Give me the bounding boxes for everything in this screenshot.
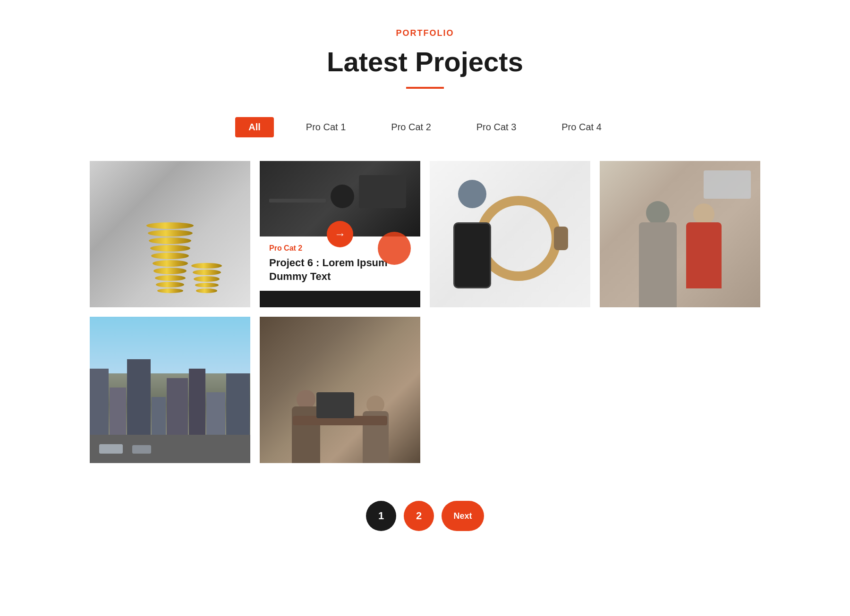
- orange-blob-decoration: [378, 232, 411, 265]
- project-card-headphones[interactable]: [430, 161, 590, 307]
- filter-pro-cat-3[interactable]: Pro Cat 3: [463, 117, 529, 137]
- project-card-city[interactable]: [90, 317, 250, 463]
- filter-pro-cat-2[interactable]: Pro Cat 2: [378, 117, 444, 137]
- section-label: PORTFOLIO: [396, 28, 454, 38]
- filter-all[interactable]: All: [235, 117, 274, 137]
- featured-arrow-button[interactable]: →: [327, 221, 353, 247]
- page-1-button[interactable]: 1: [366, 501, 396, 531]
- page-wrapper: PORTFOLIO Latest Projects All Pro Cat 1 …: [0, 0, 850, 569]
- projects-row-1: → Pro Cat 2 Project 6 : Lorem Ipsum Dumm…: [90, 161, 760, 307]
- title-underline: [406, 87, 444, 89]
- project-card-meeting[interactable]: [260, 317, 420, 463]
- project-card-featured[interactable]: → Pro Cat 2 Project 6 : Lorem Ipsum Dumm…: [260, 161, 420, 307]
- arrow-right-icon: →: [334, 228, 346, 241]
- pagination: 1 2 Next: [366, 501, 484, 531]
- page-title: Latest Projects: [327, 46, 523, 77]
- project-card-coins[interactable]: [90, 161, 250, 307]
- headphone-pad-right: [554, 227, 568, 250]
- filter-pro-cat-1[interactable]: Pro Cat 1: [293, 117, 359, 137]
- filter-bar: All Pro Cat 1 Pro Cat 2 Pro Cat 3 Pro Ca…: [235, 117, 615, 137]
- page-2-button[interactable]: 2: [404, 501, 434, 531]
- projects-row-2: [90, 317, 760, 463]
- project-card-team[interactable]: [600, 161, 760, 307]
- page-next-button[interactable]: Next: [442, 501, 484, 531]
- phone-visual: [453, 222, 491, 288]
- filter-pro-cat-4[interactable]: Pro Cat 4: [548, 117, 614, 137]
